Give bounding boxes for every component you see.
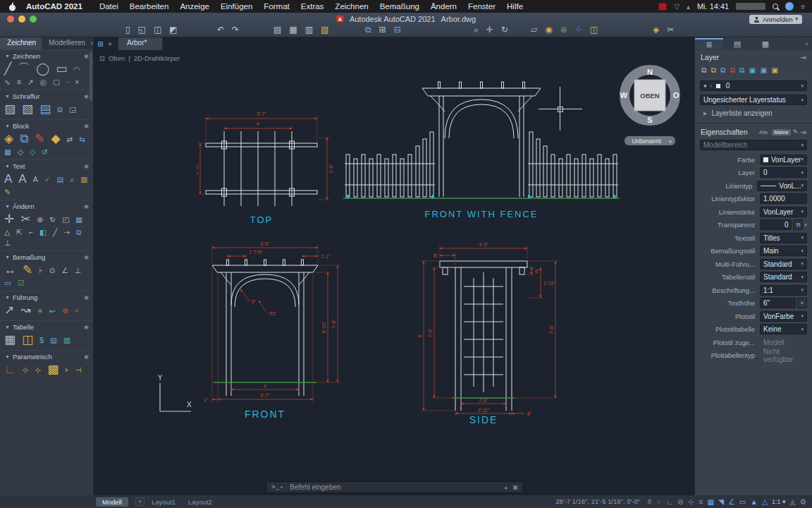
- annotation-visibility-icon[interactable]: ▲: [750, 497, 757, 506]
- gradient-icon[interactable]: ▧: [22, 102, 33, 116]
- copy-icon[interactable]: ⊕: [37, 215, 44, 224]
- linetype-dropdown[interactable]: VonL...▾: [757, 181, 807, 191]
- insert-block-icon[interactable]: ⊞: [379, 25, 386, 35]
- viewport-name[interactable]: Unbenannt: [632, 138, 661, 145]
- table-icon[interactable]: ▦: [4, 333, 16, 347]
- save-icon[interactable]: ◫: [154, 25, 161, 35]
- tab-modellieren[interactable]: Modellieren: [42, 37, 91, 49]
- orbit-icon[interactable]: ↻: [501, 25, 508, 35]
- model-tab[interactable]: Modell: [96, 497, 128, 507]
- drawing-canvas[interactable]: ⊞ + Arbor* ⊡ Oben | 2D-Drahtkörper 5'-7"…: [94, 37, 694, 495]
- edit-attr-icon[interactable]: ◇: [30, 147, 35, 157]
- reset-block-icon[interactable]: ↺: [42, 147, 48, 157]
- tab-overview-icon[interactable]: ⊞: [97, 40, 104, 49]
- redo-icon[interactable]: ↷: [232, 25, 239, 35]
- tab-layer-icon[interactable]: ≣: [695, 38, 723, 49]
- linetype-scale-input[interactable]: 1.0000: [760, 193, 807, 204]
- compass-north[interactable]: N: [647, 68, 653, 76]
- viewport-menu-icon[interactable]: ⊡: [99, 54, 105, 62]
- polygon-icon[interactable]: ▢: [53, 78, 60, 87]
- menu-item[interactable]: Bearbeiten: [130, 2, 169, 11]
- array-icon[interactable]: ▦: [75, 215, 82, 224]
- tolerance-icon[interactable]: ▭: [4, 279, 11, 288]
- find-text-icon[interactable]: ⌕: [70, 175, 74, 184]
- group-icon[interactable]: ◈: [653, 25, 659, 35]
- eject-icon[interactable]: ▴: [687, 3, 690, 11]
- save-as-icon[interactable]: ◩: [169, 25, 177, 35]
- circle-icon[interactable]: ◯: [36, 62, 49, 76]
- tab-table-icon[interactable]: ▦: [751, 39, 780, 49]
- export-table-icon[interactable]: ▥: [63, 336, 70, 345]
- transparency-picker-icon[interactable]: ⧉: [793, 219, 803, 230]
- dim-style-dropdown[interactable]: Main▾: [760, 246, 807, 256]
- leader-icon[interactable]: ↗: [4, 303, 14, 318]
- attach-icon[interactable]: ⊟: [394, 25, 401, 35]
- dim-constraint-icon[interactable]: ⊦: [65, 365, 68, 375]
- lock-icon[interactable]: ▩: [47, 363, 59, 377]
- compass-west[interactable]: W: [620, 91, 628, 99]
- section-options-icon[interactable]: ◉: [84, 203, 89, 210]
- undo-icon[interactable]: ↶: [217, 25, 224, 35]
- spotlight-search-icon[interactable]: [773, 4, 778, 9]
- center-mark-icon[interactable]: ☑: [18, 279, 24, 288]
- grid-icon[interactable]: #: [647, 497, 651, 506]
- table-style-icon[interactable]: ▤: [50, 336, 57, 345]
- new-file-icon[interactable]: ▯: [125, 25, 130, 35]
- insert-point-icon[interactable]: ⊕: [560, 25, 567, 35]
- sync-attr-icon[interactable]: ⇄: [67, 135, 73, 144]
- align-icon[interactable]: ⧉: [76, 228, 82, 237]
- user-name-blurred[interactable]: [736, 3, 765, 10]
- layer-properties-icon[interactable]: ⧉: [701, 66, 707, 75]
- quick-dim-icon[interactable]: ✎: [23, 263, 32, 277]
- viewport-view-control[interactable]: Oben: [109, 54, 125, 62]
- object-snap-icon[interactable]: ⊹: [688, 497, 694, 506]
- command-customize-icon[interactable]: ▣: [512, 484, 518, 490]
- pick-point-icon[interactable]: ⌖: [797, 298, 807, 308]
- radius-dim-icon[interactable]: ⊙: [49, 266, 56, 275]
- layer-lock-icon[interactable]: ⧉: [730, 66, 736, 75]
- batch-plot-icon[interactable]: ▦: [289, 25, 297, 35]
- single-text-icon[interactable]: A: [18, 172, 26, 186]
- layout-tab[interactable]: Layout2: [188, 498, 212, 506]
- point-cloud-icon[interactable]: ⁘: [575, 25, 582, 35]
- extend-icon[interactable]: ⇢: [63, 228, 70, 237]
- file-tab-arbor[interactable]: Arbor*: [118, 37, 163, 50]
- filter-mine-button[interactable]: Meine: [772, 129, 790, 135]
- mtext-icon[interactable]: A: [4, 172, 12, 186]
- spline-icon[interactable]: ∿: [4, 78, 11, 87]
- layer-state-dropdown[interactable]: Ungesicherter Layerstatus ▾: [700, 95, 807, 105]
- rotate-icon[interactable]: ↻: [49, 215, 56, 224]
- menu-item[interactable]: Einfügen: [221, 2, 252, 11]
- layer-isolate-icon[interactable]: ⧉: [739, 66, 745, 75]
- siri-icon[interactable]: [785, 2, 794, 11]
- edit-properties-icon[interactable]: ✎: [793, 128, 799, 135]
- mleader-style-dropdown[interactable]: Standard▾: [760, 259, 807, 270]
- explode-icon[interactable]: ╱: [53, 228, 57, 237]
- section-header[interactable]: ▼Block◉: [0, 120, 93, 131]
- panel-overflow-icon[interactable]: »: [805, 40, 812, 47]
- layer-off-icon[interactable]: ⧉: [711, 66, 717, 75]
- menu-item[interactable]: Datei: [99, 2, 118, 11]
- text-style-icon[interactable]: A: [33, 175, 38, 184]
- notification-center-icon[interactable]: ≡: [801, 3, 805, 11]
- line-icon[interactable]: ╱: [4, 62, 11, 76]
- donut-icon[interactable]: ◎: [40, 78, 47, 87]
- annotation-scale-dropdown[interactable]: 1:1▾: [760, 285, 807, 296]
- publish-icon[interactable]: ▧: [321, 25, 328, 35]
- field-icon[interactable]: $: [39, 336, 44, 345]
- customize-gear-icon[interactable]: ⚙: [800, 497, 806, 506]
- isometric-drafting-icon[interactable]: ▦: [707, 497, 714, 506]
- panel-dock-icon[interactable]: ⇥: [800, 53, 806, 61]
- point-icon[interactable]: ·: [66, 78, 69, 87]
- attribute-icon[interactable]: ◆: [51, 132, 60, 146]
- section-options-icon[interactable]: ◉: [84, 353, 89, 360]
- viewport-visual-style-control[interactable]: 2D-Drahtkörper: [134, 54, 180, 62]
- snap-icon[interactable]: ⁘: [656, 497, 662, 506]
- polyline-icon[interactable]: ⌒: [18, 62, 30, 76]
- open-icon[interactable]: ◱: [138, 25, 146, 35]
- ungroup-icon[interactable]: ✂: [667, 25, 674, 35]
- boundary-icon[interactable]: ▤: [39, 102, 51, 116]
- new-drawing-tab-button[interactable]: +: [108, 40, 112, 48]
- section-header[interactable]: ▼Tabelle◉: [0, 321, 93, 332]
- wipeout-icon[interactable]: ◲: [69, 105, 76, 114]
